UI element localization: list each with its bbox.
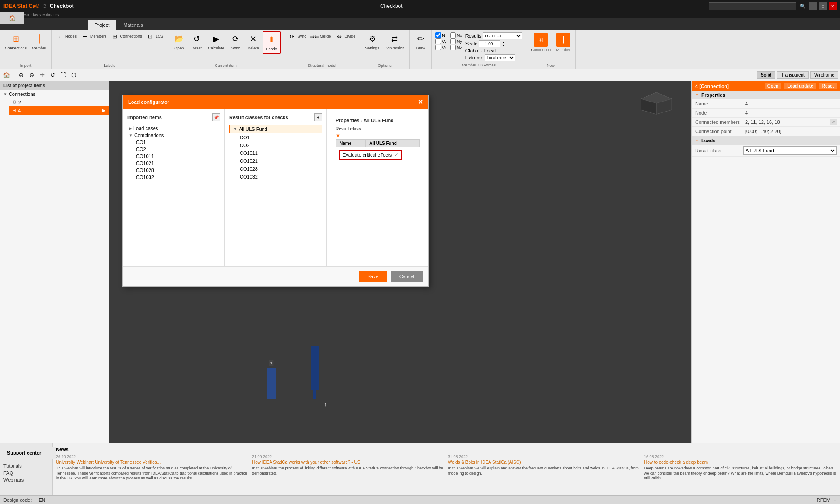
evaluate-critical-effects-checkbox-container[interactable]: Evaluate critical effects ✓ (339, 150, 402, 160)
faq-link[interactable]: FAQ (4, 469, 49, 476)
scale-up[interactable]: ▲ (502, 41, 505, 44)
toolbar-home-btn[interactable]: 🏠 (2, 70, 11, 80)
cancel-button[interactable]: Cancel (391, 271, 423, 282)
render-transparent[interactable]: Transparent (777, 71, 808, 79)
result-classes-add-btn[interactable]: + (314, 113, 322, 121)
co1028-item[interactable]: CO1028 (134, 167, 220, 174)
ribbon-btn-lcs[interactable]: ⊡ LCS (145, 32, 165, 41)
co1021-item[interactable]: CO1021 (134, 160, 220, 167)
ribbon-btn-reset[interactable]: ↺ Reset (188, 32, 205, 52)
local-btn[interactable]: Local (484, 48, 496, 53)
maximize-button[interactable]: □ (819, 2, 827, 10)
home-icon[interactable]: 🏠 (0, 12, 24, 24)
ribbon-btn-sync2[interactable]: ⟳ Sync (287, 32, 308, 41)
calculate-icon: ▶ (210, 33, 222, 45)
toolbar-extra[interactable]: ⬡ (69, 70, 78, 80)
checkbox-mz[interactable]: Mz (450, 45, 462, 50)
all-uls-fund-item[interactable]: ▼ All ULS Fund (229, 125, 322, 133)
result-co1032[interactable]: CO1032 (236, 173, 322, 181)
home-nav-btn[interactable]: 🏠 (0, 12, 24, 24)
result-co1[interactable]: CO1 (236, 133, 322, 141)
prop-connection-point-row: Connection point [0.00; 1.40; 2.20] (692, 127, 840, 136)
evaluate-critical-label: Evaluate critical effects (343, 152, 392, 158)
tab-materials[interactable]: Materials (116, 20, 150, 30)
loads-section-header[interactable]: ▼ Loads (692, 136, 840, 145)
tree-item-2[interactable]: ⚙ 2 (9, 98, 109, 106)
result-class-prop-label: Result class (695, 148, 743, 153)
canvas-area[interactable]: Load configurator ✕ Imported items 📌 ▶ (109, 81, 691, 443)
checkbox-my[interactable]: My (450, 38, 462, 44)
checkbox-vy[interactable]: Vy (435, 38, 447, 44)
ribbon-btn-member[interactable]: ┃ Member (30, 32, 49, 52)
news-headline-2[interactable]: How IDEA StatiCa works with your other s… (252, 460, 444, 465)
tab-project[interactable]: Project (88, 20, 116, 30)
checkbox-vz[interactable]: Vz (435, 45, 447, 50)
checkbox-n[interactable]: N (435, 32, 447, 38)
ribbon-btn-connections[interactable]: ⊞ Connections (3, 32, 29, 52)
scale-input[interactable] (479, 40, 500, 47)
toolbar-zoom-in[interactable]: ⊕ (16, 70, 26, 80)
title-search-input[interactable] (709, 2, 796, 10)
toolbar-refresh[interactable]: ↺ (48, 70, 57, 80)
result-co1021[interactable]: CO1021 (236, 157, 322, 165)
forces-group-label: Member 1D Forces (462, 63, 496, 67)
modal-close-button[interactable]: ✕ (418, 98, 423, 105)
global-btn[interactable]: Global (466, 48, 480, 53)
load-cases-item[interactable]: ▶ Load cases (127, 125, 220, 132)
result-co1028[interactable]: CO1028 (236, 165, 322, 173)
ribbon-btn-new-member[interactable]: ┃ Member (554, 32, 573, 54)
ribbon-btn-merge[interactable]: ⇒⇐ Merge (309, 32, 333, 41)
modal-body: Imported items 📌 ▶ Load cases ▼ Combinat… (123, 109, 428, 266)
ribbon-btn-members-label[interactable]: ━ Members (79, 32, 108, 41)
ribbon-btn-open[interactable]: 📂 Open (171, 32, 187, 52)
tree-item-4[interactable]: ⊞ 4 ▶ (9, 106, 109, 115)
open-btn[interactable]: Open (765, 83, 781, 89)
result-co1011[interactable]: CO1011 (236, 149, 322, 157)
ribbon-btn-nodes[interactable]: · Nodes (54, 32, 78, 41)
title-bar: IDEA StatiCa® ® Checkbot Checkbot 🔍 – □ … (0, 0, 840, 12)
result-class-select[interactable]: All ULS Fund (743, 146, 836, 155)
ribbon-btn-calculate[interactable]: ▶ Calculate (206, 32, 227, 52)
news-headline-1[interactable]: University Webinar: University of Tennes… (56, 460, 248, 465)
combinations-item[interactable]: ▼ Combinations (127, 132, 220, 139)
imported-items-action-btn[interactable]: 📌 (212, 113, 220, 121)
scale-label: Scale (466, 41, 478, 46)
ribbon-btn-settings[interactable]: ⚙ Settings (363, 32, 382, 52)
checkbox-mx[interactable]: Mx (450, 32, 462, 38)
toolbar-fit[interactable]: ⛶ (58, 70, 68, 80)
right-panel-title: 4 [Connection] (695, 84, 729, 89)
save-button[interactable]: Save (359, 271, 387, 282)
tutorials-link[interactable]: Tutorials (4, 462, 49, 469)
co1011-item[interactable]: CO1011 (134, 153, 220, 160)
ribbon-btn-new-connection[interactable]: ⊞ Connection (529, 32, 553, 54)
webinars-link[interactable]: Webinars (4, 476, 49, 483)
news-headline-3[interactable]: Welds & Bolts in IDEA StatiCa (AISC) (448, 460, 640, 465)
ribbon-btn-draw[interactable]: ✏ Draw (412, 32, 429, 52)
results-select[interactable]: LC 1 LC1 (483, 32, 522, 39)
properties-section-header[interactable]: ▼ Properties (692, 91, 840, 99)
news-headline-4[interactable]: How to code-check a deep beam (644, 460, 836, 465)
ribbon-btn-sync[interactable]: ⟳ Sync (228, 32, 244, 52)
ribbon-btn-delete[interactable]: ✕ Delete (245, 32, 262, 52)
co1-item[interactable]: CO1 (134, 139, 220, 146)
load-update-btn[interactable]: Load update (784, 83, 816, 89)
close-button[interactable]: ✕ (829, 2, 836, 10)
ribbon-btn-conversion[interactable]: ⇄ Conversion (382, 32, 407, 52)
ribbon-btn-loads[interactable]: ⬆ Loads (262, 32, 281, 54)
scale-down[interactable]: ▼ (502, 44, 505, 47)
right-reset-btn[interactable]: Reset (819, 83, 836, 89)
extreme-select[interactable]: Local extre... (485, 54, 515, 61)
toolbar-zoom-out[interactable]: ⊖ (27, 70, 36, 80)
co2-item[interactable]: CO2 (134, 146, 220, 153)
result-co2[interactable]: CO2 (236, 141, 322, 149)
design-code-value: EN (38, 497, 45, 503)
ribbon-btn-connections-label[interactable]: ⊞ Connections (109, 32, 144, 41)
minimize-button[interactable]: – (809, 2, 817, 10)
tree-item-connections-group[interactable]: ▼ Connections (0, 90, 109, 98)
ribbon-btn-divide[interactable]: ⇔ Divide (333, 32, 357, 41)
toolbar-pan[interactable]: ✛ (37, 70, 47, 80)
render-wireframe[interactable]: Wireframe (810, 71, 838, 79)
co1032-item[interactable]: CO1032 (134, 174, 220, 181)
render-solid[interactable]: Solid (757, 71, 775, 79)
connected-members-expand-btn[interactable]: ⤢ (830, 119, 836, 125)
